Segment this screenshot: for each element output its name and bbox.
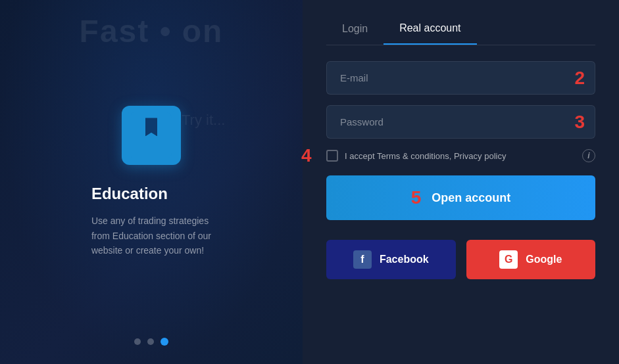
password-input[interactable]: [326, 105, 595, 139]
right-panel: Login Real account 2 3 4 I accept Terms …: [303, 0, 619, 364]
facebook-icon: f: [353, 250, 372, 269]
carousel-dots: [134, 338, 168, 346]
book-inner: [131, 112, 172, 158]
info-icon[interactable]: i: [582, 149, 595, 162]
dot-3[interactable]: [161, 338, 168, 346]
education-description: Use any of trading strategiesfrom Educat…: [91, 214, 211, 258]
checkbox-wrapper: I accept Terms & conditions, Privacy pol…: [326, 150, 574, 162]
left-content: Education Use any of trading strategiesf…: [59, 106, 244, 258]
open-account-label: Open account: [432, 191, 510, 205]
password-group: 3: [326, 105, 595, 139]
facebook-label: Facebook: [380, 254, 429, 265]
dot-1[interactable]: [134, 338, 141, 345]
email-group: 2: [326, 61, 595, 95]
bookmark-icon: [145, 118, 157, 136]
education-title: Education: [91, 185, 168, 203]
google-icon: G: [499, 250, 518, 269]
dot-2[interactable]: [147, 338, 154, 345]
open-account-button[interactable]: 5 Open account: [326, 175, 595, 220]
facebook-button[interactable]: f Facebook: [326, 240, 456, 279]
terms-label: I accept Terms & conditions, Privacy pol…: [345, 151, 506, 161]
social-buttons: f Facebook G Google: [326, 240, 595, 279]
tabs-container: Login Real account: [326, 16, 595, 45]
terms-row: 4 I accept Terms & conditions, Privacy p…: [326, 149, 595, 162]
terms-checkbox[interactable]: [326, 150, 338, 162]
email-input[interactable]: [326, 61, 595, 95]
tab-login[interactable]: Login: [326, 16, 384, 45]
tab-real-account[interactable]: Real account: [384, 16, 476, 45]
book-icon: [122, 106, 181, 165]
google-button[interactable]: G Google: [466, 240, 596, 279]
background-fast-text: Fast • on: [80, 13, 224, 49]
google-label: Google: [526, 254, 562, 265]
checkbox-step-number: 4: [301, 145, 312, 166]
open-account-step-number: 5: [411, 187, 422, 208]
left-panel: Fast • on Try it... Education Use any of…: [0, 0, 303, 364]
